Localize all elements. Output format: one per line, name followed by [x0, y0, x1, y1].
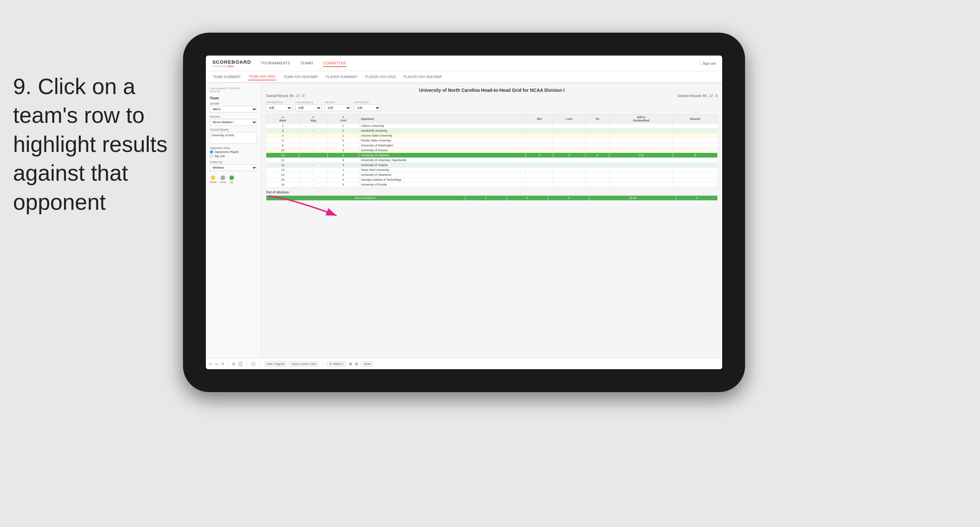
th-rounds: Rounds: [673, 115, 718, 124]
table-row[interactable]: 6-2Florida State University: [266, 138, 718, 143]
sidebar-opponents-played-option[interactable]: Opponents Played: [210, 150, 257, 154]
filter-opponent-select[interactable]: (All): [354, 105, 380, 111]
opponent-name-cell: Florida State University: [359, 138, 526, 143]
sidebar-top100-option[interactable]: Top 100: [210, 154, 257, 158]
th-diff: Diff AvStrokes/Rnd: [609, 115, 673, 124]
filter-opponents-select[interactable]: (All): [266, 105, 292, 111]
sidebar-colour-by-select[interactable]: Win/loss: [210, 164, 257, 171]
sidebar-top100-label: Top 100: [214, 154, 225, 158]
data-cell: [609, 163, 673, 167]
table-row[interactable]: 11-6University of Arkansas, Fayetteville: [266, 158, 718, 163]
data-cell: 3: [526, 153, 553, 158]
sub-nav-player-h2h-heatmap[interactable]: PLAYER H2H HEATMAP: [403, 74, 443, 80]
data-cell: 2: [328, 138, 359, 143]
data-cell: -: [299, 177, 328, 182]
table-row[interactable]: 8-2University of Washington: [266, 143, 718, 148]
filter-conference-label: Conference: [295, 101, 321, 104]
logo-powered: Powered by clippi: [212, 65, 251, 68]
nav-committee[interactable]: COMMITTEE: [323, 60, 346, 67]
table-row[interactable]: 10-3University of Arizona: [266, 148, 718, 153]
data-cell: 2: [328, 128, 359, 133]
copy-icon[interactable]: ⧉: [232, 362, 235, 366]
th-rank: #Rank: [266, 115, 299, 124]
filter-opponent: Opponent (All): [354, 101, 380, 111]
out-of-division-diff: 26.00: [590, 196, 676, 201]
data-cell: 4: [328, 177, 359, 182]
table-row[interactable]: 16-3University of Florida: [266, 182, 718, 187]
sidebar-school-value[interactable]: University of Nort...: [210, 132, 257, 144]
sidebar-opponent-view-label: Opponent View: [210, 146, 257, 150]
data-cell: [673, 148, 718, 153]
table-row[interactable]: 3-2Vanderbilt University: [266, 128, 718, 133]
toolbar-separator-4: [323, 361, 323, 367]
sub-nav-team-summary[interactable]: TEAM SUMMARY: [212, 74, 242, 80]
sub-nav-player-h2h-grid[interactable]: PLAYER H2H GRID: [365, 74, 397, 80]
paste-icon[interactable]: 📋: [238, 362, 243, 366]
legend-down-label: Down: [210, 181, 216, 184]
th-tie: Tie: [585, 115, 609, 124]
data-cell: [553, 172, 585, 177]
data-cell: [526, 148, 553, 153]
sidebar-division-select[interactable]: NCAA Division I: [210, 119, 257, 126]
instruction-text: 9. Click on a team's row to highlight re…: [13, 72, 203, 216]
th-loss: Loss: [553, 115, 585, 124]
monitor-icon[interactable]: 🖥: [348, 362, 352, 366]
legend-up: Up: [229, 175, 234, 184]
table-row[interactable]: 12-3University of Virginia: [266, 163, 718, 167]
undo-icon[interactable]: ↩: [209, 362, 212, 366]
division-record: Division Record: 88 - 17 - 0: [678, 94, 718, 98]
opponent-name-cell: Vanderbilt University: [359, 128, 526, 133]
opponent-name-cell: University of Oklahoma: [359, 172, 526, 177]
grid-subtitle: Overall Record: 89 - 17 - 0 Division Rec…: [266, 94, 718, 98]
share-button[interactable]: Share: [361, 361, 373, 366]
nav-teams[interactable]: TEAMS: [300, 60, 313, 67]
data-cell: [609, 124, 673, 128]
table-row[interactable]: 10-5University of Alabama3002.618: [266, 153, 718, 158]
filter-conference-select[interactable]: (All): [295, 105, 321, 111]
data-cell: 3: [328, 163, 359, 167]
filter-opponent-label: Opponent: [354, 101, 380, 104]
sidebar-opponent-view: Opponent View Opponents Played Top 100: [210, 146, 257, 158]
table-row[interactable]: 13-1Texas Tech University: [266, 167, 718, 172]
logo-area: SCOREBOARD Powered by clippi: [212, 59, 251, 68]
nav-tournaments[interactable]: TOURNAMENTS: [261, 60, 290, 67]
sidebar-gender-select[interactable]: Men's: [210, 106, 257, 112]
data-cell: [609, 133, 673, 138]
filter-region-select[interactable]: (All): [325, 105, 351, 111]
table-row[interactable]: 15-4Georgia Institute of Technology: [266, 177, 718, 182]
reset-icon[interactable]: ↺: [221, 362, 224, 366]
data-cell: [585, 177, 609, 182]
sub-nav-team-h2h-grid[interactable]: TEAM H2H GRID: [248, 73, 276, 80]
logo-scoreboard: SCOREBOARD: [212, 59, 251, 65]
redo-icon[interactable]: ↪: [215, 362, 218, 366]
sidebar-opponents-played-radio[interactable]: [210, 150, 213, 154]
sign-out-button[interactable]: Sign out: [703, 61, 716, 65]
view-original-button[interactable]: View: Original: [264, 361, 286, 366]
grid-icon[interactable]: ⊞: [355, 362, 358, 366]
data-cell: [585, 167, 609, 172]
data-cell: [585, 148, 609, 153]
save-custom-view-button[interactable]: Save Custom View: [289, 361, 318, 366]
th-conf: #Conf: [328, 115, 359, 124]
out-of-division-row[interactable]: NCAA Division II 1 0 0 26.00 3: [266, 196, 718, 201]
table-row[interactable]: 4-1Arizona State University: [266, 133, 718, 138]
data-cell: 1: [328, 124, 359, 128]
opponent-name-cell: Texas Tech University: [359, 167, 526, 172]
table-row[interactable]: 14-2University of Oklahoma: [266, 172, 718, 177]
data-cell: 13: [266, 167, 299, 172]
data-cell: [553, 167, 585, 172]
sidebar-top100-radio[interactable]: [210, 154, 213, 158]
grid-title: University of North Carolina Head-to-Hea…: [266, 88, 718, 93]
data-cell: [526, 124, 553, 128]
table-row[interactable]: 2-1Auburn University: [266, 124, 718, 128]
data-cell: [526, 172, 553, 177]
sub-nav-player-summary[interactable]: PLAYER SUMMARY: [325, 74, 358, 80]
data-cell: [553, 143, 585, 148]
data-cell: 2: [328, 172, 359, 177]
watch-button[interactable]: 👁 Watch ▾: [327, 361, 346, 366]
sub-nav-team-h2h-heatmap[interactable]: TEAM H2H HEATMAP: [283, 74, 318, 80]
data-cell: [673, 158, 718, 163]
toolbar: ↩ ↪ ↺ ⧉ 📋 🕐 View: Original Save Custom V…: [206, 358, 722, 369]
clock-icon[interactable]: 🕐: [251, 362, 256, 366]
data-cell: [553, 182, 585, 187]
